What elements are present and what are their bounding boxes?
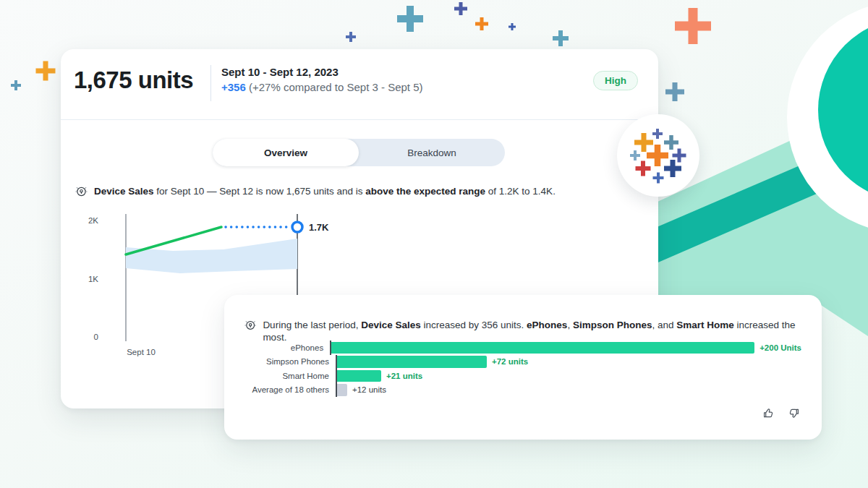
plus-icon: [346, 32, 356, 42]
current-value-label: 1.7K: [309, 222, 329, 233]
plus-icon: [11, 80, 21, 90]
delta-value: +356: [221, 81, 246, 93]
bar-row: Average of 18 others+12 units: [224, 383, 801, 398]
delta-line: +356 (+27% compared to Sept 3 - Sept 5): [221, 81, 423, 93]
thumbs-up-icon: [762, 407, 775, 419]
plus-icon: [665, 82, 684, 101]
y-tick-2k: 2K: [88, 216, 98, 225]
expected-range-band: [126, 239, 297, 273]
lightbulb-insight-icon: [244, 319, 256, 331]
bar-value-label: +200 Units: [760, 343, 801, 352]
plus-icon: [397, 6, 423, 32]
bar-category-label: Smart Home: [224, 372, 336, 380]
bar: [337, 370, 381, 382]
bar-category-label: Simpson Phones: [224, 357, 336, 366]
insight-summary: Device Sales for Sept 10 — Sept 12 is no…: [75, 185, 639, 197]
insight-summary: During the last period, Device Sales inc…: [244, 319, 801, 343]
plus-icon: [36, 61, 56, 81]
metric-period-block: Sept 10 - Sept 12, 2023 +356 (+27% compa…: [221, 66, 423, 93]
bar: [337, 384, 347, 396]
tab-overview[interactable]: Overview: [213, 139, 359, 166]
bar: [337, 356, 487, 368]
current-value-marker[interactable]: [292, 222, 302, 232]
y-tick-1k: 1K: [88, 275, 98, 283]
tableau-logo-icon: [617, 114, 699, 197]
lightbulb-insight-icon: [75, 185, 88, 197]
bar-category-label: ePhones: [224, 343, 330, 352]
bar-track: +200 Units: [330, 341, 801, 355]
bar-row: ePhones+200 Units: [224, 341, 801, 355]
insight-card: During the last period, Device Sales inc…: [224, 295, 822, 440]
y-tick-0: 0: [94, 333, 98, 341]
delta-context: (+27% compared to Sept 3 - Sept 5): [246, 81, 423, 93]
thumbs-down-icon: [788, 407, 800, 419]
tableau-logo: [617, 114, 699, 197]
plus-icon: [553, 30, 569, 46]
bar-row: Smart Home+21 units: [224, 369, 801, 383]
bar-track: +12 units: [336, 383, 801, 398]
feedback-buttons: [760, 405, 801, 421]
bar-value-label: +72 units: [492, 357, 528, 366]
bar-row: Simpson Phones+72 units: [224, 355, 801, 369]
contribution-bar-chart: ePhones+200 UnitsSimpson Phones+72 units…: [224, 341, 801, 397]
status-badge: High: [593, 71, 638, 90]
bar-value-label: +21 units: [386, 372, 422, 380]
view-tabs: Overview Breakdown: [213, 139, 505, 166]
insight-text: During the last period, Device Sales inc…: [263, 319, 801, 343]
header-divider: [61, 119, 658, 120]
date-range: Sept 10 - Sept 12, 2023: [221, 66, 423, 78]
plus-icon: [509, 23, 516, 30]
plus-icon: [675, 8, 711, 44]
thumbs-down-button[interactable]: [786, 405, 801, 421]
bar-category-label: Average of 18 others: [224, 385, 336, 394]
metric-value: 1,675 units: [74, 67, 193, 94]
thumbs-up-button[interactable]: [760, 405, 776, 421]
pulse-dashboard: 1,675 units Sept 10 - Sept 12, 2023 +356…: [0, 0, 868, 488]
plus-icon: [475, 17, 488, 30]
header-divider-vertical: [210, 65, 211, 101]
bar: [331, 342, 754, 354]
plus-icon: [454, 2, 467, 15]
tab-breakdown[interactable]: Breakdown: [359, 139, 505, 166]
insight-text: Device Sales for Sept 10 — Sept 12 is no…: [94, 185, 556, 197]
bar-track: +21 units: [336, 369, 801, 383]
bar-track: +72 units: [336, 355, 801, 369]
x-tick-sept10: Sept 10: [127, 348, 156, 356]
bar-value-label: +12 units: [352, 385, 386, 394]
